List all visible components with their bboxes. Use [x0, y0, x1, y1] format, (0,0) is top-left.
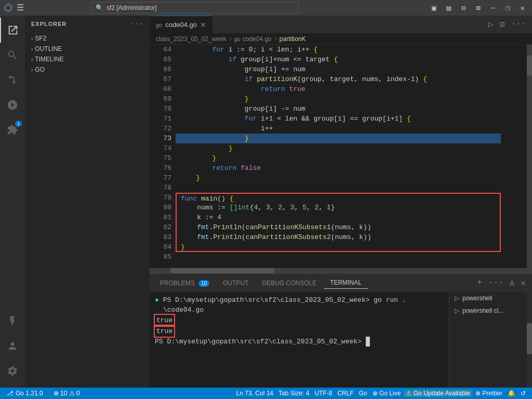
horizontal-scrollbar[interactable] — [150, 268, 532, 273]
sidebar-item-outline[interactable]: › OUTLINE — [25, 44, 150, 54]
terminal-shell-powershell2[interactable]: ▷ powershell cl... — [449, 304, 527, 317]
tab-size-label: Tab Size: 4 — [278, 390, 309, 397]
layout2-btn[interactable]: ▤ — [443, 3, 454, 14]
code-line-74: } — [176, 143, 501, 153]
tab-bar: go code04.go ✕ ▷ ⊡ ··· — [150, 16, 532, 34]
layout4-btn[interactable]: ⊞ — [473, 3, 483, 14]
activity-item-explorer[interactable] — [0, 18, 25, 43]
h-scrollbar-thumb[interactable] — [170, 268, 274, 273]
go-live-label: ⊕ Go Live — [373, 390, 401, 397]
terminal-shell-icon2: ▷ — [455, 307, 459, 314]
terminal-area: PROBLEMS 10 OUTPUT DEBUG CONSOLE TERMINA… — [150, 273, 532, 388]
activity-item-settings[interactable] — [0, 358, 25, 383]
terminal-command-line: ● PS D:\mysetup\gopath\src\sf2\class_202… — [155, 295, 444, 305]
code-line-69: } — [176, 94, 501, 104]
status-ln-col[interactable]: Ln 73, Col 14 — [234, 390, 275, 397]
terminal-output1-line: true — [155, 315, 444, 326]
terminal-more-btn[interactable]: ··· — [486, 277, 506, 289]
status-sync[interactable]: ↺ — [518, 390, 528, 397]
status-go-live[interactable]: ⊕ Go Live — [370, 390, 403, 397]
search-text: sf2 [Administrator] — [107, 4, 157, 11]
terminal-tab-debug[interactable]: DEBUG CONSOLE — [256, 277, 323, 289]
run-btn[interactable]: ▷ — [486, 18, 496, 31]
activity-item-source-control[interactable] — [0, 68, 25, 92]
menu-icon[interactable]: ☰ — [17, 3, 24, 13]
terminal-cursor — [366, 337, 370, 347]
layout3-btn[interactable]: ⊟ — [458, 3, 469, 14]
activity-item-extensions[interactable]: 1 — [0, 117, 25, 142]
code-line-67: if partitionK(group, target, nums, index… — [176, 74, 501, 84]
tab-close-btn[interactable]: ✕ — [200, 21, 206, 29]
status-prettier[interactable]: ⊗ Prettier — [473, 390, 504, 397]
chevron-icon: › — [31, 36, 33, 42]
go-version-label: Go 1.21.0 — [16, 390, 43, 397]
breadcrumb-path1[interactable]: class_2023_05_02_week — [156, 35, 226, 43]
titlebar: ⬡ ☰ 🔍 sf2 [Administrator] ▣ ▤ ⊟ ⊞ — ❐ ✕ — [0, 0, 532, 16]
vertical-scrollbar[interactable] — [527, 45, 532, 268]
terminal-scrollbar[interactable] — [527, 292, 532, 388]
terminal-scrollbar-thumb[interactable] — [527, 323, 532, 354]
code-line-73: } — [176, 134, 501, 143]
tab-label: code04.go — [165, 21, 197, 29]
sidebar-header: EXPLORER ··· — [25, 16, 150, 32]
sidebar-item-go[interactable]: › GO — [25, 64, 150, 75]
chevron-icon: › — [31, 67, 33, 73]
breadcrumb: class_2023_05_02_week > go code04.go > p… — [150, 34, 532, 45]
activity-item-run-debug[interactable] — [0, 92, 25, 117]
terminal-shell-label2: powershell cl... — [462, 307, 503, 314]
code-content[interactable]: for i := 0; i < len; i++ { if group[i]+n… — [176, 45, 501, 268]
terminal-shell-label: powershell — [462, 295, 492, 302]
code-line-80: nums := []int{4, 3, 2, 3, 5, 2, 1} — [176, 203, 501, 212]
code-line-77: } — [176, 173, 501, 183]
terminal-tab-problems[interactable]: PROBLEMS 10 — [154, 277, 216, 289]
language-label: Go — [359, 390, 367, 397]
terminal-up-btn[interactable]: ∧ — [508, 277, 517, 289]
status-go-version[interactable]: ⎇ Go 1.21.0 — [4, 390, 45, 397]
close-btn[interactable]: ✕ — [517, 3, 528, 14]
activity-item-testing[interactable] — [0, 309, 25, 334]
sidebar-actions[interactable]: ··· — [130, 20, 143, 28]
breadcrumb-symbol[interactable]: partitionK — [280, 35, 306, 43]
output-label: OUTPUT — [223, 280, 248, 287]
code-line-84: } — [176, 242, 501, 252]
chevron-icon: › — [31, 57, 33, 62]
sidebar: EXPLORER ··· › SF2 › OUTLINE › TIMELINE … — [25, 16, 150, 388]
new-terminal-btn[interactable]: + — [475, 277, 484, 289]
status-tab-size[interactable]: Tab Size: 4 — [276, 390, 311, 397]
minimize-btn[interactable]: — — [488, 3, 498, 14]
more-actions-btn[interactable]: ··· — [509, 18, 528, 31]
terminal-tab-terminal[interactable]: TERMINAL — [324, 277, 368, 289]
terminal-main[interactable]: ● PS D:\mysetup\gopath\src\sf2\class_202… — [150, 292, 449, 388]
status-encoding[interactable]: UTF-8 — [312, 390, 334, 397]
status-language[interactable]: Go — [357, 390, 369, 397]
code-line-71: for i+1 < len && group[i] == group[i+1] … — [176, 114, 501, 124]
status-line-ending[interactable]: CRLF — [335, 390, 355, 397]
activity-item-search[interactable] — [0, 43, 25, 68]
status-go-update[interactable]: ⚠ Go Update Available — [404, 390, 472, 397]
line-numbers: 6465666768 6970717273 7475767778 7980818… — [150, 45, 176, 268]
code-line-72: i++ — [176, 124, 501, 134]
split-editor-btn[interactable]: ⊡ — [498, 18, 507, 31]
tab-actions: ▷ ⊡ ··· — [486, 18, 532, 31]
terminal-tab-output[interactable]: OUTPUT — [217, 277, 255, 289]
code-line-64: for i := 0; i < len; i++ { — [176, 45, 501, 55]
status-errors[interactable]: ⊗ 10 ⚠ 0 — [51, 390, 82, 397]
terminal-output2-line: true — [155, 326, 444, 337]
sidebar-item-sf2[interactable]: › SF2 — [25, 33, 150, 44]
terminal-close-btn[interactable]: ✕ — [518, 277, 528, 289]
restore-btn[interactable]: ❐ — [502, 3, 513, 14]
code-line-75: } — [176, 153, 501, 163]
terminal-shell-powershell1[interactable]: ▷ powershell — [449, 292, 527, 304]
search-bar[interactable]: 🔍 sf2 [Administrator] — [91, 2, 299, 14]
layout1-btn[interactable]: ▣ — [429, 3, 439, 14]
prettier-label: ⊗ Prettier — [475, 390, 502, 397]
tab-code04[interactable]: go code04.go ✕ — [150, 16, 213, 34]
sidebar-item-timeline[interactable]: › TIMELINE — [25, 54, 150, 64]
terminal-continuation: \code04.go — [155, 305, 444, 315]
status-bell[interactable]: 🔔 — [506, 390, 517, 397]
activity-item-account[interactable] — [0, 334, 25, 358]
sidebar-item-label: OUTLINE — [35, 45, 62, 52]
scrollbar-thumb[interactable] — [527, 55, 532, 76]
terminal-output1-box: true — [155, 315, 174, 326]
breadcrumb-file[interactable]: go code04.go — [234, 35, 271, 43]
